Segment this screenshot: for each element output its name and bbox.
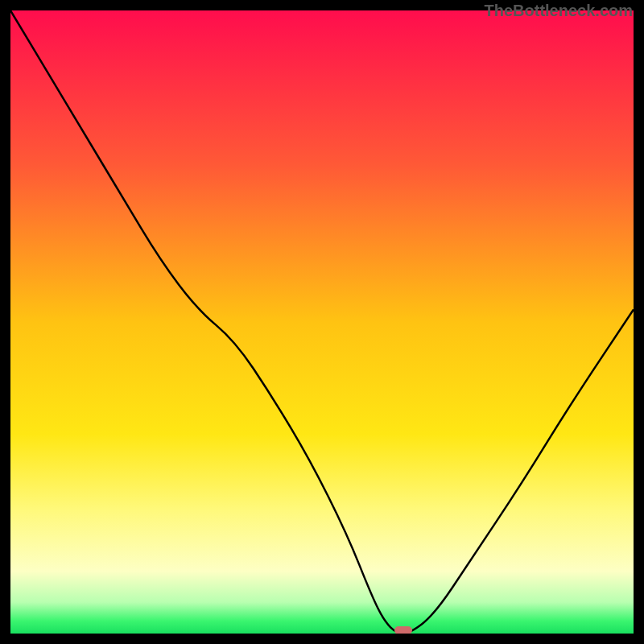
chart-curve <box>10 10 634 634</box>
chart-plot-area <box>10 10 634 634</box>
watermark-text: TheBottleneck.com <box>485 2 633 20</box>
chart-marker <box>394 626 412 634</box>
